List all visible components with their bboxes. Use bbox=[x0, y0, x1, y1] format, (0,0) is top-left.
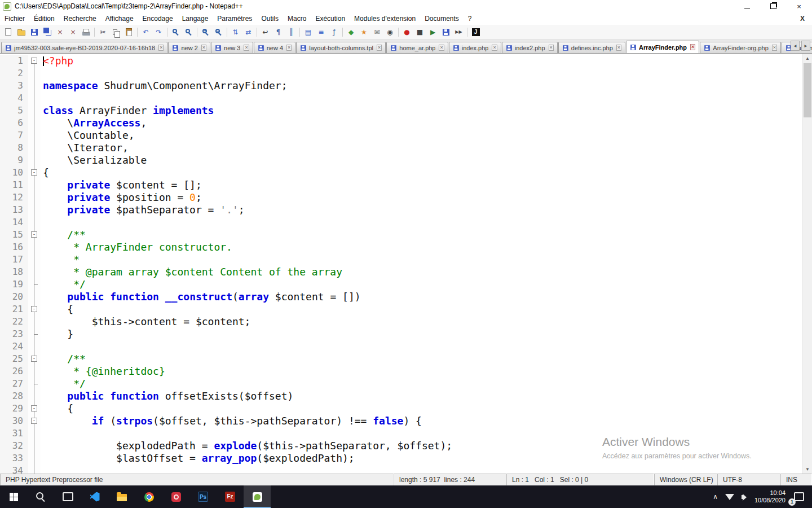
tab-new-4[interactable]: new 4× bbox=[254, 42, 296, 53]
close-tab-icon[interactable]: × bbox=[377, 45, 382, 51]
menu-item-langage[interactable]: Langage bbox=[178, 12, 213, 25]
volume-icon[interactable] bbox=[742, 495, 744, 499]
menu-item-fichier[interactable]: Fichier bbox=[0, 12, 29, 25]
code-line[interactable]: 34 bbox=[0, 465, 802, 474]
code-line[interactable]: 24 bbox=[0, 340, 802, 353]
code-line[interactable]: 22 $this->content = $content; bbox=[0, 316, 802, 328]
fold-toggle-icon[interactable]: - bbox=[31, 169, 37, 176]
chrome-app-button[interactable] bbox=[135, 485, 162, 508]
plugin-star-button[interactable]: ★ bbox=[358, 26, 370, 38]
print-button[interactable] bbox=[80, 26, 92, 38]
code-line[interactable]: 33 $lastOffset = array_pop($explodedPath… bbox=[0, 452, 802, 465]
tab-scroll-right-button[interactable]: ► bbox=[801, 41, 810, 51]
vertical-scrollbar[interactable]: ▲ ▼ bbox=[802, 54, 812, 474]
undo-button[interactable]: ↶ bbox=[139, 26, 152, 38]
vscode-app-button[interactable] bbox=[81, 485, 108, 508]
tab-index-php[interactable]: index.php× bbox=[449, 42, 501, 53]
search-button[interactable] bbox=[27, 485, 54, 508]
save-button[interactable] bbox=[28, 26, 41, 38]
open-file-button[interactable] bbox=[15, 26, 28, 38]
status-eol-format[interactable]: Windows (CR LF) bbox=[654, 474, 717, 485]
new-file-button[interactable] bbox=[2, 26, 15, 38]
status-encoding[interactable]: UTF-8 bbox=[717, 474, 780, 485]
filezilla-app-button[interactable]: Fz bbox=[217, 485, 244, 508]
code-line[interactable]: 9 \Serializable bbox=[0, 154, 802, 167]
close-tab-icon[interactable]: × bbox=[492, 45, 497, 51]
show-all-characters-button[interactable]: ¶ bbox=[272, 26, 285, 38]
hidden-icons-chevron-icon[interactable]: ∧ bbox=[713, 493, 718, 501]
menu-item-dition[interactable]: Édition bbox=[29, 12, 59, 25]
replace-button[interactable] bbox=[182, 26, 195, 38]
tab-scroll-left-button[interactable]: ◄ bbox=[791, 41, 800, 51]
play-macro-button[interactable]: ▶ bbox=[426, 26, 439, 38]
minimize-button[interactable] bbox=[734, 0, 760, 12]
fold-toggle-icon[interactable]: - bbox=[31, 306, 37, 312]
monitoring-eye-button[interactable]: ◉ bbox=[383, 26, 396, 38]
tab-home-ar-php[interactable]: home_ar.php× bbox=[386, 42, 448, 53]
code-line[interactable]: 23 } bbox=[0, 328, 802, 340]
photoshop-app-button[interactable]: Ps bbox=[189, 485, 217, 508]
start-button[interactable] bbox=[0, 485, 27, 508]
close-button[interactable]: × bbox=[54, 26, 67, 38]
stop-macro-button[interactable]: ■ bbox=[413, 26, 426, 38]
close-tab-icon[interactable]: × bbox=[158, 45, 164, 51]
wifi-icon[interactable] bbox=[725, 494, 734, 500]
menu-item-outils[interactable]: Outils bbox=[257, 12, 283, 25]
menu-item-documents[interactable]: Documents bbox=[420, 12, 464, 25]
document-list-button[interactable]: ≡ bbox=[315, 26, 328, 38]
code-line[interactable]: 30- if (strpos($offset, $this->pathSepar… bbox=[0, 415, 802, 427]
sync-horizontal-button[interactable]: ⇄ bbox=[242, 26, 255, 38]
tab-new-3[interactable]: new 3× bbox=[211, 42, 253, 53]
word-wrap-button[interactable]: ↩ bbox=[259, 26, 272, 38]
doc-map-button[interactable]: ▤ bbox=[302, 26, 315, 38]
code-line[interactable]: 19 */ bbox=[0, 278, 802, 291]
code-line[interactable]: 14 bbox=[0, 216, 802, 229]
tab-layout-both-columns-tpl[interactable]: layout-both-columns.tpl× bbox=[296, 42, 386, 53]
title-bar[interactable]: C:\Users\EDS\AppData\Local\Temp\fz3temp-… bbox=[0, 0, 812, 12]
code-line[interactable]: 15- /** bbox=[0, 229, 802, 241]
save-macro-button[interactable] bbox=[439, 26, 452, 38]
code-line[interactable]: 13 private $pathSeparator = '.'; bbox=[0, 204, 802, 216]
plugin-mail-button[interactable]: ✉ bbox=[370, 26, 383, 38]
jstool-button[interactable]: J bbox=[469, 26, 482, 38]
code-line[interactable]: 10-{ bbox=[0, 167, 802, 179]
menu-item-ex-cution[interactable]: Exécution bbox=[311, 12, 350, 25]
cut-button[interactable]: ✂ bbox=[96, 26, 109, 38]
close-tab-icon[interactable]: × bbox=[772, 45, 777, 51]
zoom-out-button[interactable] bbox=[212, 26, 225, 38]
menu-item-recherche[interactable]: Recherche bbox=[59, 12, 101, 25]
fold-toggle-icon[interactable]: - bbox=[31, 405, 37, 411]
task-view-button[interactable] bbox=[54, 485, 81, 508]
find-button[interactable] bbox=[169, 26, 182, 38]
fold-toggle-icon[interactable]: - bbox=[31, 418, 37, 424]
tab-jm49532-003-safe-eye-bd-2019-2020-07-16-16h18[interactable]: jm49532-003.safe-eye-BD-2019.2020-07-16-… bbox=[1, 42, 167, 53]
paste-button[interactable] bbox=[122, 26, 135, 38]
function-list-button[interactable]: ƒ bbox=[328, 26, 341, 38]
editor[interactable]: 1-<?php23namespace Shudrum\Component\Arr… bbox=[0, 54, 812, 474]
copy-button[interactable] bbox=[109, 26, 122, 38]
run-macro-multiple-button[interactable]: ▶▶ bbox=[452, 26, 465, 38]
tab-arrayfinder-php[interactable]: ArrayFinder.php× bbox=[626, 41, 699, 54]
menu-item-encodage[interactable]: Encodage bbox=[138, 12, 178, 25]
code-line[interactable]: 17 * bbox=[0, 253, 802, 266]
code-line[interactable]: 4 bbox=[0, 92, 802, 104]
code-line[interactable]: 27 */ bbox=[0, 378, 802, 390]
tab-arrayfinder-org-php[interactable]: ArrayFinder-org.php× bbox=[700, 42, 781, 53]
code-line[interactable]: 6 \ArrayAccess, bbox=[0, 117, 802, 129]
code-line[interactable]: 11 private $content = []; bbox=[0, 179, 802, 191]
fold-toggle-icon[interactable]: - bbox=[31, 58, 37, 64]
code-line[interactable]: 16 * ArrayFinder constructor. bbox=[0, 241, 802, 253]
code-line[interactable]: 5class ArrayFinder implements bbox=[0, 104, 802, 117]
close-all-button[interactable]: × bbox=[67, 26, 80, 38]
code-line[interactable]: 25- /** bbox=[0, 353, 802, 365]
close-tab-icon[interactable]: × bbox=[439, 45, 444, 51]
taskbar-clock[interactable]: 10:04 10/08/2020 bbox=[754, 489, 785, 504]
code-line[interactable]: 32 $explodedPath = explode($this->pathSe… bbox=[0, 440, 802, 452]
menubar-close-icon[interactable]: X bbox=[793, 15, 812, 23]
sync-vertical-button[interactable]: ⇅ bbox=[229, 26, 242, 38]
zoom-in-button[interactable] bbox=[199, 26, 212, 38]
code-line[interactable]: 8 \Iterator, bbox=[0, 142, 802, 154]
indent-guide-button[interactable]: ║ bbox=[285, 26, 298, 38]
tab-defines-inc-php[interactable]: defines.inc.php× bbox=[558, 42, 625, 53]
action-center-button[interactable]: 1 bbox=[793, 491, 805, 503]
